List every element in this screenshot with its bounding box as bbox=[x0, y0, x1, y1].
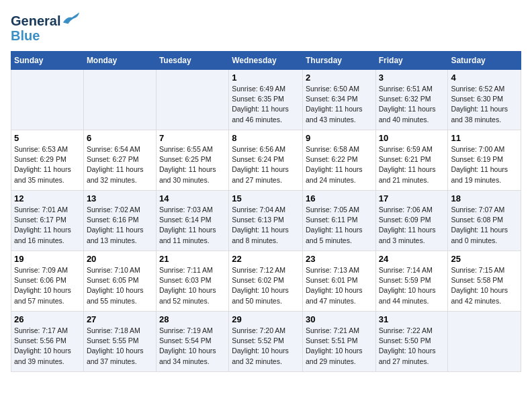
calendar-cell: 31Sunrise: 7:22 AM Sunset: 5:50 PM Dayli… bbox=[375, 312, 448, 372]
day-info: Sunrise: 6:54 AM Sunset: 6:27 PM Dayligh… bbox=[87, 144, 153, 185]
week-row-2: 5Sunrise: 6:53 AM Sunset: 6:29 PM Daylig… bbox=[11, 130, 521, 191]
logo-text: General Blue bbox=[11, 11, 81, 43]
logo: General Blue bbox=[11, 11, 81, 43]
calendar-cell: 8Sunrise: 6:56 AM Sunset: 6:24 PM Daylig… bbox=[229, 130, 303, 191]
day-info: Sunrise: 7:19 AM Sunset: 5:54 PM Dayligh… bbox=[159, 326, 226, 367]
day-info: Sunrise: 7:03 AM Sunset: 6:14 PM Dayligh… bbox=[159, 205, 226, 246]
week-row-3: 12Sunrise: 7:01 AM Sunset: 6:17 PM Dayli… bbox=[11, 191, 521, 251]
day-number: 30 bbox=[306, 314, 373, 324]
calendar-cell bbox=[83, 70, 156, 130]
day-info: Sunrise: 7:01 AM Sunset: 6:17 PM Dayligh… bbox=[14, 205, 81, 246]
day-number: 14 bbox=[159, 193, 226, 203]
day-number: 10 bbox=[379, 133, 445, 143]
calendar-cell: 26Sunrise: 7:17 AM Sunset: 5:56 PM Dayli… bbox=[11, 312, 84, 372]
calendar-header: SundayMondayTuesdayWednesdayThursdayFrid… bbox=[11, 52, 521, 70]
calendar-cell: 19Sunrise: 7:09 AM Sunset: 6:06 PM Dayli… bbox=[11, 251, 84, 312]
calendar-cell: 30Sunrise: 7:21 AM Sunset: 5:51 PM Dayli… bbox=[302, 312, 375, 372]
day-info: Sunrise: 7:00 AM Sunset: 6:19 PM Dayligh… bbox=[451, 144, 518, 185]
day-number: 19 bbox=[14, 254, 81, 264]
day-info: Sunrise: 7:05 AM Sunset: 6:11 PM Dayligh… bbox=[306, 205, 373, 246]
calendar-cell: 2Sunrise: 6:50 AM Sunset: 6:34 PM Daylig… bbox=[302, 70, 375, 130]
calendar-cell: 3Sunrise: 6:51 AM Sunset: 6:32 PM Daylig… bbox=[375, 70, 448, 130]
day-info: Sunrise: 6:56 AM Sunset: 6:24 PM Dayligh… bbox=[232, 144, 300, 185]
calendar-cell: 21Sunrise: 7:11 AM Sunset: 6:03 PM Dayli… bbox=[156, 251, 228, 312]
day-info: Sunrise: 6:58 AM Sunset: 6:22 PM Dayligh… bbox=[306, 144, 373, 185]
header-day-tuesday: Tuesday bbox=[156, 52, 228, 70]
day-number: 29 bbox=[232, 314, 300, 324]
day-info: Sunrise: 6:59 AM Sunset: 6:21 PM Dayligh… bbox=[379, 144, 445, 185]
day-info: Sunrise: 6:53 AM Sunset: 6:29 PM Dayligh… bbox=[14, 144, 81, 185]
calendar-cell: 27Sunrise: 7:18 AM Sunset: 5:55 PM Dayli… bbox=[83, 312, 156, 372]
day-info: Sunrise: 7:15 AM Sunset: 5:58 PM Dayligh… bbox=[451, 265, 518, 306]
day-info: Sunrise: 7:10 AM Sunset: 6:05 PM Dayligh… bbox=[87, 265, 153, 306]
day-number: 7 bbox=[159, 133, 226, 143]
header-day-thursday: Thursday bbox=[302, 52, 375, 70]
week-row-1: 1Sunrise: 6:49 AM Sunset: 6:35 PM Daylig… bbox=[11, 70, 521, 130]
calendar-cell: 9Sunrise: 6:58 AM Sunset: 6:22 PM Daylig… bbox=[302, 130, 375, 191]
day-info: Sunrise: 7:14 AM Sunset: 5:59 PM Dayligh… bbox=[379, 265, 445, 306]
calendar-cell: 20Sunrise: 7:10 AM Sunset: 6:05 PM Dayli… bbox=[83, 251, 156, 312]
calendar-cell: 7Sunrise: 6:55 AM Sunset: 6:25 PM Daylig… bbox=[156, 130, 228, 191]
calendar-table: SundayMondayTuesdayWednesdayThursdayFrid… bbox=[11, 51, 521, 372]
day-number: 13 bbox=[87, 193, 153, 203]
day-number: 11 bbox=[451, 133, 518, 143]
week-row-4: 19Sunrise: 7:09 AM Sunset: 6:06 PM Dayli… bbox=[11, 251, 521, 312]
calendar-cell: 29Sunrise: 7:20 AM Sunset: 5:52 PM Dayli… bbox=[229, 312, 303, 372]
calendar-cell: 10Sunrise: 6:59 AM Sunset: 6:21 PM Dayli… bbox=[375, 130, 448, 191]
day-number: 28 bbox=[159, 314, 226, 324]
day-info: Sunrise: 6:51 AM Sunset: 6:32 PM Dayligh… bbox=[379, 84, 445, 125]
calendar-cell bbox=[11, 70, 84, 130]
day-info: Sunrise: 7:18 AM Sunset: 5:55 PM Dayligh… bbox=[87, 326, 153, 367]
day-number: 4 bbox=[451, 73, 518, 83]
header-day-sunday: Sunday bbox=[11, 52, 84, 70]
calendar-cell: 18Sunrise: 7:07 AM Sunset: 6:08 PM Dayli… bbox=[448, 191, 521, 251]
calendar-cell: 15Sunrise: 7:04 AM Sunset: 6:13 PM Dayli… bbox=[229, 191, 303, 251]
calendar-cell: 28Sunrise: 7:19 AM Sunset: 5:54 PM Dayli… bbox=[156, 312, 228, 372]
day-number: 1 bbox=[232, 73, 300, 83]
calendar-cell bbox=[156, 70, 228, 130]
calendar-cell: 23Sunrise: 7:13 AM Sunset: 6:01 PM Dayli… bbox=[302, 251, 375, 312]
header-row: SundayMondayTuesdayWednesdayThursdayFrid… bbox=[11, 52, 521, 70]
day-number: 22 bbox=[232, 254, 300, 264]
day-info: Sunrise: 7:12 AM Sunset: 6:02 PM Dayligh… bbox=[232, 265, 300, 306]
day-info: Sunrise: 6:49 AM Sunset: 6:35 PM Dayligh… bbox=[232, 84, 300, 125]
calendar-cell: 11Sunrise: 7:00 AM Sunset: 6:19 PM Dayli… bbox=[448, 130, 521, 191]
day-info: Sunrise: 7:21 AM Sunset: 5:51 PM Dayligh… bbox=[306, 326, 373, 367]
day-info: Sunrise: 7:04 AM Sunset: 6:13 PM Dayligh… bbox=[232, 205, 300, 246]
day-number: 8 bbox=[232, 133, 300, 143]
calendar-cell bbox=[448, 312, 521, 372]
day-info: Sunrise: 6:52 AM Sunset: 6:30 PM Dayligh… bbox=[451, 84, 518, 125]
day-info: Sunrise: 6:55 AM Sunset: 6:25 PM Dayligh… bbox=[159, 144, 226, 185]
day-number: 17 bbox=[379, 193, 445, 203]
calendar-cell: 25Sunrise: 7:15 AM Sunset: 5:58 PM Dayli… bbox=[448, 251, 521, 312]
day-number: 5 bbox=[14, 133, 81, 143]
calendar-cell: 5Sunrise: 6:53 AM Sunset: 6:29 PM Daylig… bbox=[11, 130, 84, 191]
day-info: Sunrise: 7:22 AM Sunset: 5:50 PM Dayligh… bbox=[379, 326, 445, 367]
day-number: 25 bbox=[451, 254, 518, 264]
day-info: Sunrise: 7:11 AM Sunset: 6:03 PM Dayligh… bbox=[159, 265, 226, 306]
calendar-cell: 24Sunrise: 7:14 AM Sunset: 5:59 PM Dayli… bbox=[375, 251, 448, 312]
day-info: Sunrise: 7:17 AM Sunset: 5:56 PM Dayligh… bbox=[14, 326, 81, 367]
day-number: 27 bbox=[87, 314, 153, 324]
calendar-cell: 13Sunrise: 7:02 AM Sunset: 6:16 PM Dayli… bbox=[83, 191, 156, 251]
day-number: 18 bbox=[451, 193, 518, 203]
day-info: Sunrise: 6:50 AM Sunset: 6:34 PM Dayligh… bbox=[306, 84, 373, 125]
header-day-wednesday: Wednesday bbox=[229, 52, 303, 70]
day-info: Sunrise: 7:02 AM Sunset: 6:16 PM Dayligh… bbox=[87, 205, 153, 246]
calendar-cell: 12Sunrise: 7:01 AM Sunset: 6:17 PM Dayli… bbox=[11, 191, 84, 251]
day-number: 31 bbox=[379, 314, 445, 324]
day-number: 20 bbox=[87, 254, 153, 264]
day-number: 24 bbox=[379, 254, 445, 264]
day-number: 16 bbox=[306, 193, 373, 203]
day-number: 15 bbox=[232, 193, 300, 203]
calendar-cell: 4Sunrise: 6:52 AM Sunset: 6:30 PM Daylig… bbox=[448, 70, 521, 130]
day-number: 21 bbox=[159, 254, 226, 264]
day-info: Sunrise: 7:13 AM Sunset: 6:01 PM Dayligh… bbox=[306, 265, 373, 306]
calendar-body: 1Sunrise: 6:49 AM Sunset: 6:35 PM Daylig… bbox=[11, 70, 521, 372]
day-info: Sunrise: 7:20 AM Sunset: 5:52 PM Dayligh… bbox=[232, 326, 300, 367]
calendar-cell: 17Sunrise: 7:06 AM Sunset: 6:09 PM Dayli… bbox=[375, 191, 448, 251]
page-header: General Blue bbox=[11, 11, 521, 43]
calendar-cell: 1Sunrise: 6:49 AM Sunset: 6:35 PM Daylig… bbox=[229, 70, 303, 130]
day-number: 2 bbox=[306, 73, 373, 83]
header-day-saturday: Saturday bbox=[448, 52, 521, 70]
